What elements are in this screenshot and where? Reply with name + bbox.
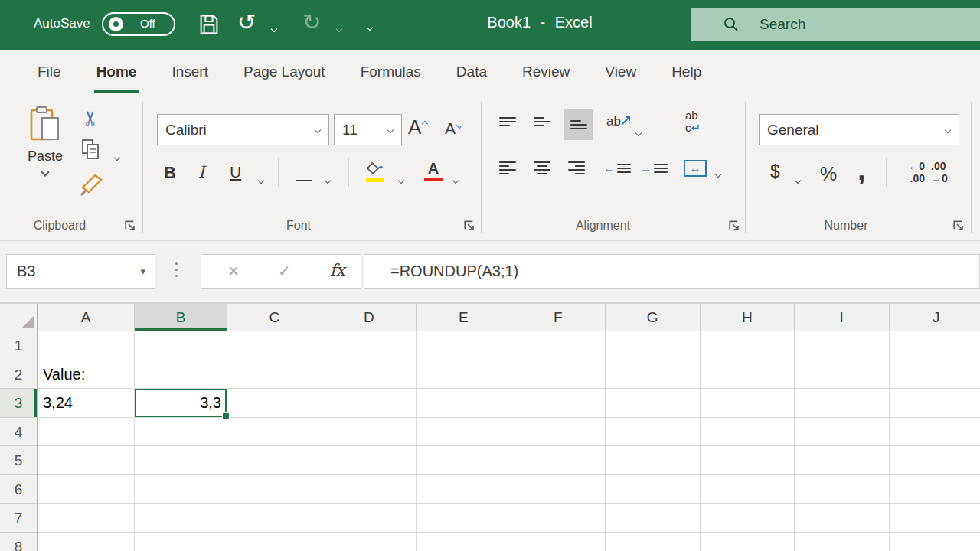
cell-D1[interactable]: [322, 331, 417, 360]
cell-B5[interactable]: [135, 446, 227, 475]
cell-H6[interactable]: [701, 475, 795, 504]
italic-button[interactable]: I: [198, 163, 204, 181]
cell-B8[interactable]: [135, 533, 227, 551]
cell-G8[interactable]: [606, 533, 701, 551]
cell-I2[interactable]: [795, 360, 890, 390]
cut-button[interactable]: ✂: [80, 110, 102, 126]
cell-H4[interactable]: [701, 418, 795, 447]
font-size-select[interactable]: 11: [334, 114, 402, 145]
cell-G6[interactable]: [606, 475, 701, 504]
cell-F6[interactable]: [511, 475, 606, 504]
percent-style-button[interactable]: %: [820, 163, 837, 185]
cell-B7[interactable]: [135, 504, 227, 533]
cell-D3[interactable]: [322, 389, 417, 418]
cell-G4[interactable]: [606, 418, 701, 447]
enter-button[interactable]: ✓: [278, 262, 291, 280]
tab-review[interactable]: Review: [505, 50, 587, 96]
cell-D4[interactable]: [322, 418, 417, 447]
copy-dropdown[interactable]: [115, 149, 119, 163]
cell-J7[interactable]: [890, 504, 980, 533]
cell-J5[interactable]: [890, 446, 980, 475]
search-input[interactable]: Search: [691, 8, 980, 41]
row-header-3[interactable]: 3: [0, 389, 38, 418]
column-header-G[interactable]: G: [606, 304, 701, 331]
align-center-button[interactable]: [534, 161, 550, 174]
cell-F5[interactable]: [511, 446, 606, 475]
accounting-format-button[interactable]: $: [770, 161, 780, 182]
cell-H8[interactable]: [701, 533, 795, 551]
number-dialog-launcher[interactable]: [953, 220, 965, 232]
cell-A8[interactable]: [38, 533, 135, 551]
accounting-format-dropdown[interactable]: [795, 172, 800, 186]
cell-E4[interactable]: [416, 418, 511, 447]
middle-align-button[interactable]: [534, 117, 550, 126]
cell-A4[interactable]: [38, 418, 135, 447]
cell-F8[interactable]: [511, 533, 606, 551]
cell-I6[interactable]: [795, 475, 890, 504]
cell-C8[interactable]: [227, 533, 322, 551]
merge-center-button[interactable]: ↔: [684, 160, 707, 177]
cell-G7[interactable]: [606, 504, 701, 533]
cell-A6[interactable]: [38, 475, 135, 504]
cell-G3[interactable]: [606, 389, 701, 418]
formula-bar-grip-icon[interactable]: [175, 262, 178, 281]
tab-view[interactable]: View: [587, 50, 654, 96]
cell-E5[interactable]: [416, 446, 511, 475]
row-header-6[interactable]: 6: [0, 475, 38, 504]
cell-A3[interactable]: 3,24: [38, 389, 135, 418]
tab-file[interactable]: File: [20, 50, 79, 96]
cell-C5[interactable]: [227, 446, 322, 475]
cell-F2[interactable]: [511, 360, 606, 390]
tab-data[interactable]: Data: [439, 50, 505, 96]
cell-B2[interactable]: [135, 360, 227, 390]
cell-E8[interactable]: [416, 533, 511, 551]
increase-decimal-button[interactable]: ←0 .00: [897, 160, 925, 184]
cell-J3[interactable]: [890, 389, 980, 418]
cell-C6[interactable]: [227, 475, 322, 504]
bold-button[interactable]: B: [164, 163, 176, 183]
cell-A1[interactable]: [38, 331, 135, 360]
cell-E3[interactable]: [416, 389, 511, 418]
column-header-B[interactable]: B: [135, 304, 227, 331]
increase-font-size-button[interactable]: A: [408, 116, 426, 139]
paste-button[interactable]: Paste: [21, 106, 69, 178]
alignment-dialog-launcher[interactable]: [729, 220, 740, 232]
copy-button[interactable]: [81, 139, 101, 165]
cell-E2[interactable]: [416, 360, 511, 390]
increase-indent-button[interactable]: →: [640, 161, 668, 174]
quick-access-toolbar-more-button[interactable]: [365, 19, 377, 33]
cell-D8[interactable]: [322, 533, 417, 551]
column-header-F[interactable]: F: [511, 304, 606, 331]
row-header-7[interactable]: 7: [0, 504, 38, 533]
tab-page-layout[interactable]: Page Layout: [226, 50, 343, 96]
redo-dropdown[interactable]: [337, 21, 341, 34]
cell-I7[interactable]: [795, 504, 890, 533]
tab-home[interactable]: Home: [79, 50, 155, 96]
cell-C7[interactable]: [227, 504, 322, 533]
cell-D2[interactable]: [322, 360, 417, 390]
align-right-button[interactable]: [568, 161, 585, 174]
autosave-toggle[interactable]: Off: [102, 12, 175, 36]
tab-formulas[interactable]: Formulas: [343, 50, 439, 96]
column-header-A[interactable]: A: [38, 304, 135, 331]
select-all-corner[interactable]: [0, 304, 38, 331]
cell-J1[interactable]: [890, 331, 980, 360]
cell-D7[interactable]: [322, 504, 417, 533]
cell-J2[interactable]: [890, 360, 980, 390]
redo-button[interactable]: ↻: [302, 8, 321, 36]
cell-B3[interactable]: 3,3: [135, 389, 227, 418]
cell-A7[interactable]: [38, 504, 135, 533]
cell-H7[interactable]: [701, 504, 795, 533]
align-left-button[interactable]: [499, 161, 516, 174]
cell-B1[interactable]: [135, 331, 227, 360]
column-header-D[interactable]: D: [322, 304, 417, 331]
row-header-2[interactable]: 2: [0, 360, 38, 390]
undo-dropdown[interactable]: [272, 21, 276, 34]
font-name-select[interactable]: Calibri: [157, 114, 329, 145]
comma-style-button[interactable]: ,: [858, 154, 866, 187]
cell-C4[interactable]: [227, 418, 322, 447]
cell-H1[interactable]: [701, 331, 795, 360]
cell-J4[interactable]: [890, 418, 980, 447]
bottom-align-button[interactable]: [564, 109, 593, 140]
column-header-E[interactable]: E: [416, 304, 511, 331]
